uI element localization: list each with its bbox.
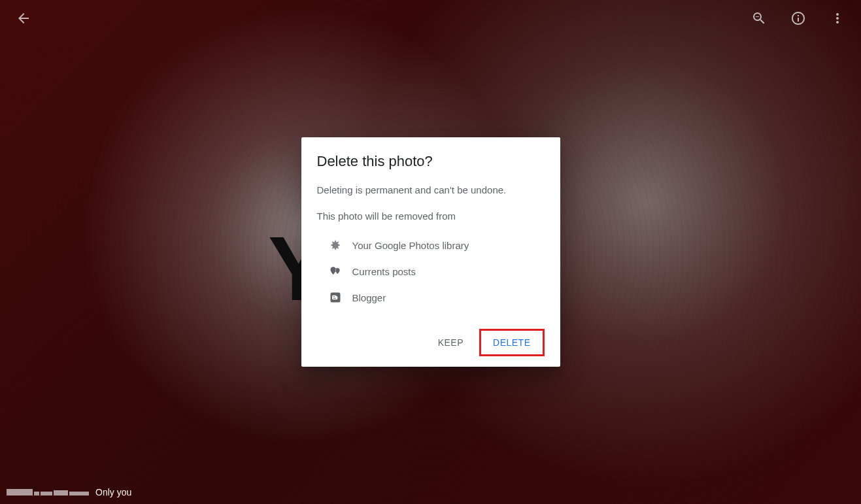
removal-item-photos: Your Google Photos library — [317, 232, 545, 258]
dialog-backdrop[interactable]: Delete this photo? Deleting is permanent… — [0, 0, 861, 504]
removal-item-label: Your Google Photos library — [352, 240, 469, 251]
currents-icon — [329, 265, 342, 278]
annotation-highlight: DELETE — [479, 329, 544, 356]
google-photos-icon — [329, 239, 342, 252]
removal-list: Your Google Photos library Currents post… — [317, 232, 545, 311]
keep-button[interactable]: KEEP — [428, 332, 474, 353]
blogger-icon — [329, 291, 342, 304]
removal-item-label: Currents posts — [352, 266, 416, 277]
delete-confirmation-dialog: Delete this photo? Deleting is permanent… — [301, 137, 560, 367]
dialog-title: Delete this photo? — [317, 153, 545, 170]
removal-item-currents: Currents posts — [317, 258, 545, 284]
photo-viewer: Y Only you — [0, 0, 861, 504]
removal-item-label: Blogger — [352, 292, 386, 303]
dialog-removed-from-label: This photo will be removed from — [317, 210, 545, 222]
dialog-warning-text: Deleting is permanent and can't be undon… — [317, 183, 545, 198]
removal-item-blogger: Blogger — [317, 284, 545, 311]
dialog-actions: KEEP DELETE — [317, 324, 545, 361]
delete-button[interactable]: DELETE — [482, 332, 541, 353]
